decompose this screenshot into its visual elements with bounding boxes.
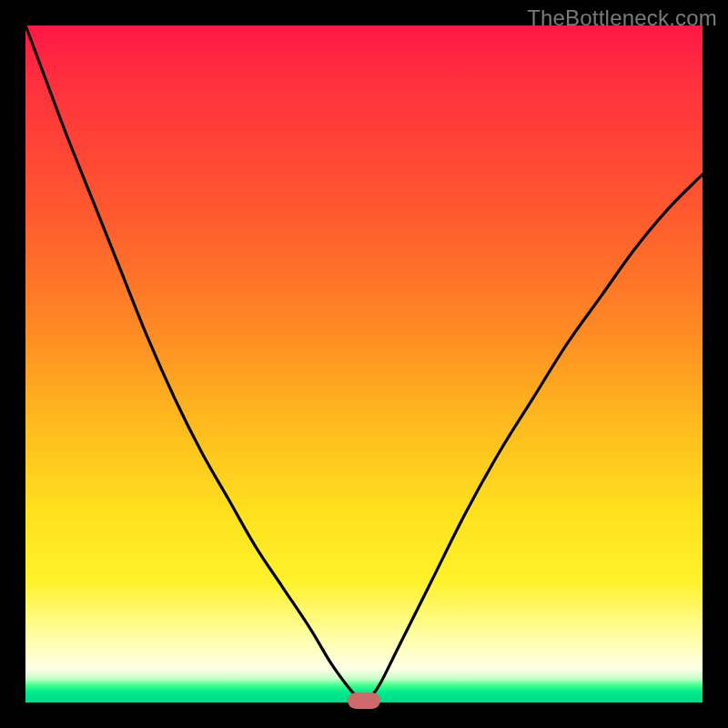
plot-area xyxy=(25,25,703,703)
min-marker xyxy=(348,693,380,709)
curve-path xyxy=(25,25,703,703)
bottleneck-curve xyxy=(25,25,703,703)
chart-frame: TheBottleneck.com xyxy=(0,0,728,728)
